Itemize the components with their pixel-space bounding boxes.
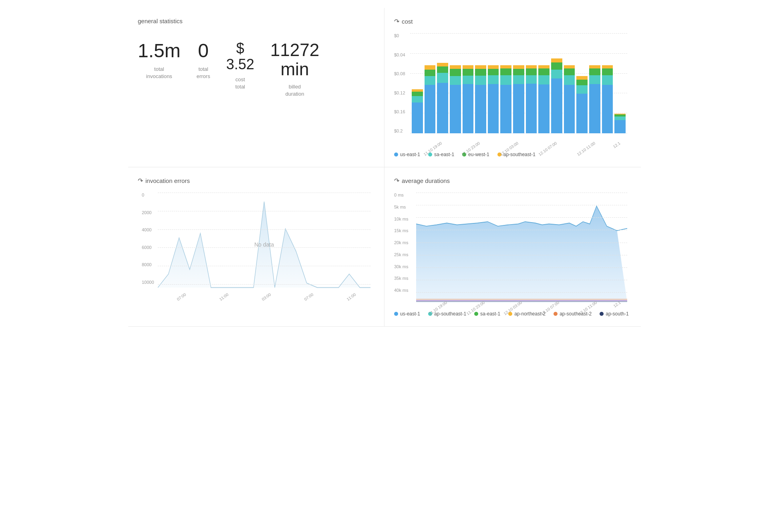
cost-segment-6-0 xyxy=(488,84,499,133)
ey-label-3: 4000 xyxy=(142,227,154,232)
avg-lbl-ap-se2: ap-southeast-2 xyxy=(560,311,592,317)
stats-grid: 1.5m totalinvocations 0 totalerrors $3.5… xyxy=(138,32,374,106)
cost-segment-12-0 xyxy=(564,85,575,133)
cost-segment-15-2 xyxy=(602,68,613,75)
no-data-label: No data xyxy=(254,241,274,248)
legend-us-east-1: us-east-1 xyxy=(394,152,420,157)
cost-bar-stack-1 xyxy=(425,65,436,134)
cost-segment-3-1 xyxy=(450,76,461,85)
cost-segment-0-1 xyxy=(412,96,423,103)
cost-segment-15-0 xyxy=(602,85,613,133)
cost-chart-area: $0.2 $0.16 $0.12 $0.08 $0.04 $0 11.10 19 xyxy=(410,33,627,145)
cost-segment-3-3 xyxy=(450,65,461,69)
avg-y-axis: 40k ms 35k ms 30k ms 25k ms 20k ms 15k m… xyxy=(394,193,408,293)
total-errors-value: 0 xyxy=(197,40,210,62)
avg-legend-sa-east: sa-east-1 xyxy=(474,311,500,317)
invocation-errors-panel: ↷ invocation errors 10000 8000 6000 4000… xyxy=(128,167,384,327)
cost-segment-11-1 xyxy=(551,70,562,78)
ex-label-3: 07:00 xyxy=(304,292,314,301)
cost-panel: ↷ cost $0.2 $0.16 $0.12 $0.08 $0.04 $0 xyxy=(384,8,641,167)
cost-segment-6-1 xyxy=(488,75,499,84)
avg-lbl-ap-se1: ap-southeast-1 xyxy=(434,311,466,317)
ay-label-2: 30k ms xyxy=(394,264,408,269)
ay-label-1: 35k ms xyxy=(394,276,408,281)
billed-duration-label: billedduration xyxy=(270,83,319,98)
cost-bar-group-1 xyxy=(425,65,436,134)
cost-chart-container: $0.2 $0.16 $0.12 $0.08 $0.04 $0 11.10 19 xyxy=(394,33,631,157)
cost-segment-13-1 xyxy=(576,85,588,94)
ex-label-1: 11:00 xyxy=(218,292,229,301)
legend-label-sa-east-1: sa-east-1 xyxy=(434,152,454,157)
avg-lbl-ap-south: ap-south-1 xyxy=(606,311,628,317)
avg-dot-ap-se2 xyxy=(554,312,558,316)
cost-segment-6-3 xyxy=(488,65,499,69)
ay-label-8: 0 ms xyxy=(394,193,408,197)
cost-segment-7-1 xyxy=(500,75,511,85)
ay-label-3: 25k ms xyxy=(394,252,408,257)
cost-bar-stack-0 xyxy=(412,89,423,133)
cost-segment-14-1 xyxy=(589,75,600,84)
y-label-3: $0.08 xyxy=(394,71,405,76)
cost-bar-stack-12 xyxy=(564,65,575,133)
cost-bar-stack-5 xyxy=(475,65,486,133)
ay-label-6: 10k ms xyxy=(394,217,408,221)
cost-segment-14-2 xyxy=(589,68,600,75)
avg-dur-chart-area: 40k ms 35k ms 30k ms 25k ms 20k ms 15k m… xyxy=(416,193,627,305)
cost-segment-8-0 xyxy=(513,84,524,133)
cost-bar-group-15 xyxy=(602,65,613,133)
legend-label-us-east-1: us-east-1 xyxy=(400,152,420,157)
legend-sa-east-1: sa-east-1 xyxy=(428,152,454,157)
cost-bar-group-2 xyxy=(437,63,448,133)
ay-label-4: 20k ms xyxy=(394,240,408,245)
billed-duration-value: 11272min xyxy=(270,40,319,79)
cost-bar-stack-2 xyxy=(437,63,448,133)
cost-title: ↷ cost xyxy=(394,18,631,25)
cost-y-axis: $0.2 $0.16 $0.12 $0.08 $0.04 $0 xyxy=(394,33,405,133)
total-invocations-stat: 1.5m totalinvocations xyxy=(138,40,181,80)
cost-bar-group-10 xyxy=(538,65,550,133)
avg-legend-us-east: us-east-1 xyxy=(394,311,420,317)
cost-segment-13-3 xyxy=(576,76,588,80)
errors-chart-area: 10000 8000 6000 4000 2000 0 xyxy=(158,193,370,297)
cost-segment-1-0 xyxy=(425,85,436,133)
cost-total-stat: $3.52 costtotal xyxy=(226,40,254,91)
errors-y-axis: 10000 8000 6000 4000 2000 0 xyxy=(142,193,154,285)
cost-bar-group-3 xyxy=(450,65,461,133)
avg-lbl-sa-east: sa-east-1 xyxy=(480,311,500,317)
cost-segment-11-2 xyxy=(551,62,562,70)
cost-segment-8-3 xyxy=(513,65,524,69)
ex-label-4: 11:00 xyxy=(346,292,357,301)
cost-segment-11-0 xyxy=(551,78,562,134)
errors-chart-icon: ↷ xyxy=(138,177,143,185)
cost-segment-5-1 xyxy=(475,76,486,85)
cost-segment-3-2 xyxy=(450,69,461,76)
ey-label-1: 8000 xyxy=(142,262,154,267)
cost-bar-stack-11 xyxy=(551,58,562,133)
cost-segment-10-0 xyxy=(538,84,550,133)
cost-segment-2-3 xyxy=(437,63,448,66)
cost-bar-group-4 xyxy=(463,65,474,133)
cost-total-value: $3.52 xyxy=(226,40,254,72)
total-invocations-label: totalinvocations xyxy=(138,66,181,80)
cost-bar-stack-13 xyxy=(576,76,588,133)
cost-bar-group-5 xyxy=(475,65,486,133)
y-label-1: $0.16 xyxy=(394,109,405,114)
avg-x-axis: 11.10 19:00 11.10 23:00 12.10 03:00 12.1… xyxy=(416,293,627,305)
cost-segment-7-3 xyxy=(500,65,511,69)
cost-segment-4-1 xyxy=(463,76,474,84)
cost-segment-16-1 xyxy=(614,116,626,120)
cost-segment-8-1 xyxy=(513,75,524,84)
cost-segment-16-0 xyxy=(614,120,626,133)
ey-label-4: 2000 xyxy=(142,210,154,215)
cost-segment-7-2 xyxy=(500,68,511,75)
cost-segment-1-2 xyxy=(425,70,436,76)
ax-label-5: 12.1 xyxy=(613,300,622,308)
cost-bar-group-8 xyxy=(513,65,524,133)
cost-bar-stack-8 xyxy=(513,65,524,133)
cost-chart-icon: ↷ xyxy=(394,18,399,25)
avg-chart-icon: ↷ xyxy=(394,177,399,185)
avg-dot-ap-south xyxy=(600,312,604,316)
cost-segment-4-3 xyxy=(463,65,474,69)
avg-dot-sa-east xyxy=(474,312,478,316)
cost-bar-stack-3 xyxy=(450,65,461,133)
